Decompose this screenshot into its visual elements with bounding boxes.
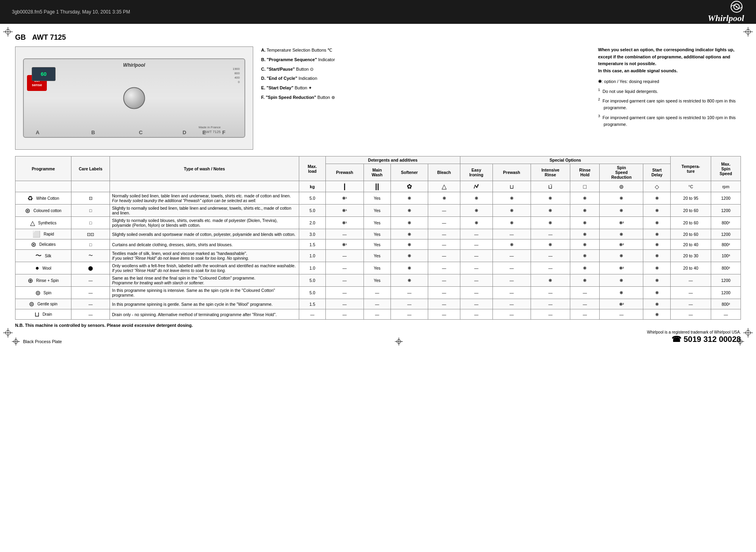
cell-rinse-hold: ❋	[570, 192, 600, 205]
th-intensive-rinse: IntensiveRinse	[531, 164, 570, 181]
black-process-plate-label: Black Process Plate	[23, 339, 62, 344]
cell-main-wash: Yes	[364, 205, 391, 217]
cell-softener: ❋	[391, 217, 428, 229]
cell-type-of-wash: Normally soiled bed linen, table linen a…	[110, 192, 299, 205]
cell-start-delay: ❋	[643, 250, 671, 262]
cell-prewash2: —	[492, 250, 531, 262]
legend-text-c: "Start/Pause" Button ⊙	[267, 67, 314, 71]
cell-max-spin-speed: 800²	[711, 299, 741, 309]
cell-type-of-wash: Curtains and delicate clothing, dresses,…	[110, 239, 299, 250]
th-easy-ironing: EasyIroning	[460, 164, 492, 181]
icon-mainwash: ||	[364, 181, 391, 192]
top-bar: 3gb00028.fm5 Page 1 Thursday, May 10, 20…	[0, 0, 756, 24]
cell-rinse-hold: —	[570, 287, 600, 299]
cell-prewash: ❋¹	[325, 192, 364, 205]
cell-prewash: —	[325, 309, 364, 320]
th-detergents-group: Detergents and additives	[325, 156, 460, 164]
cell-start-delay: ❋	[643, 274, 671, 287]
model-tag: AWT 7125	[204, 130, 221, 134]
cell-prewash: —	[325, 274, 364, 287]
programme-table: Programme Care Labels Type of wash / Not…	[15, 156, 741, 320]
file-info-text: 3gb00028.fm5 Page 1 Thursday, May 10, 20…	[12, 9, 130, 15]
cell-bleach: —	[428, 217, 460, 229]
cell-rinse-hold: ❋	[570, 205, 600, 217]
cell-easy-ironing: ❋	[460, 205, 492, 217]
whirlpool-brand-name: Whirlpool	[708, 13, 744, 23]
cell-easy-ironing: ❋	[460, 217, 492, 229]
cell-easy-ironing: —	[460, 262, 492, 274]
footnote-2: 2 For improved garment care spin speed i…	[598, 97, 741, 112]
cell-start-delay: ❋	[643, 192, 671, 205]
cell-care-label: —	[71, 299, 110, 309]
table-header-row-1: Programme Care Labels Type of wash / Not…	[15, 156, 741, 164]
cell-care-label: 〜	[71, 250, 110, 262]
cell-programme: ⊚ Spin	[15, 287, 71, 299]
cell-care-label: □	[71, 205, 110, 217]
cell-rinse-hold: —	[570, 309, 600, 320]
table-row: ⊚ Gentle spin —In this programme spinnin…	[15, 299, 741, 309]
icon-easy-ironing: 🗲	[460, 181, 492, 192]
cell-temperature: 20 to 40	[671, 262, 711, 274]
cell-bleach: —	[428, 239, 460, 250]
bottom-note: N.B. This machine is controlled by senso…	[15, 323, 741, 328]
machine-brand-label: Whirlpool	[123, 62, 145, 68]
cell-temperature: —	[671, 309, 711, 320]
th-bleach: Bleach	[428, 164, 460, 181]
icon-start-delay: ◇	[643, 181, 671, 192]
cell-main-wash: —	[364, 287, 391, 299]
cell-prewash2: —	[492, 299, 531, 309]
th-main-wash: MainWash	[364, 164, 391, 181]
cell-care-label: ⊡⊡	[71, 229, 110, 239]
bottom-left-mark: Black Process Plate	[12, 338, 62, 345]
cell-temperature: —	[671, 287, 711, 299]
machine-panel: Whirlpool 6thsense 60 1900 800	[23, 58, 245, 138]
table-row: ⬜ Rapid ⊡⊡Slightly soiled overalls and s…	[15, 229, 741, 239]
cell-start-delay: ❋	[643, 205, 671, 217]
table-row: 〜 Silk 〜Textiles made of silk, linen, wo…	[15, 250, 741, 262]
corner-mark-tl	[3, 27, 13, 37]
cell-spin-speed-reduction: ❋²	[600, 262, 643, 274]
cell-spin-speed-reduction: ❋	[600, 192, 643, 205]
cell-intensive-rinse: —	[531, 229, 570, 239]
cell-main-wash: Yes	[364, 217, 391, 229]
th-rinse-hold: RinseHold	[570, 164, 600, 181]
unit-rpm: rpm	[711, 181, 741, 192]
th-prewash: Prewash	[325, 164, 364, 181]
cell-intensive-rinse: —	[531, 299, 570, 309]
cell-type-of-wash: In this programme spinning is gentle. Sa…	[110, 299, 299, 309]
bottom-bar: Black Process Plate	[12, 338, 744, 345]
cell-type-of-wash: Textiles made of silk, linen, wool and v…	[110, 250, 299, 262]
icon-spin-speed-reduction: ⊚	[600, 181, 643, 192]
cell-rinse-hold: ❋	[570, 250, 600, 262]
machine-image: Whirlpool 6thsense 60 1900 800	[15, 46, 253, 150]
legend-key-e: E.	[261, 85, 265, 90]
bottom-left-reg-mark	[12, 338, 20, 345]
model-title: GB AWT 7125	[15, 33, 741, 42]
cell-main-wash: —	[364, 299, 391, 309]
cell-softener: ❋	[391, 274, 428, 287]
corner-mark-bl	[3, 328, 13, 338]
cell-spin-speed-reduction: —	[600, 309, 643, 320]
table-row: △ Synthetics □Slightly to normally soile…	[15, 217, 741, 229]
cell-intensive-rinse: ❋	[531, 239, 570, 250]
cell-programme: △ Synthetics	[15, 217, 71, 229]
legend-text-f: "Spin Speed Reduction" Button ⊚	[266, 95, 335, 100]
cell-type-of-wash: Only woollens with a felt-free finish, l…	[110, 262, 299, 274]
th-type-of-wash: Type of wash / Notes	[110, 156, 299, 181]
th-max-spin-speed: Max.SpinSpeed	[711, 156, 741, 181]
cell-easy-ironing: —	[460, 299, 492, 309]
cell-spin-speed-reduction: ❋	[600, 274, 643, 287]
cell-max-spin-speed: 1200	[711, 287, 741, 299]
cell-bleach: —	[428, 229, 460, 239]
cell-prewash: ❋¹	[325, 239, 364, 250]
th-temperature: Tempera-ture	[671, 156, 711, 181]
legend-item-e: E. "Start Delay" Button ✦	[261, 84, 590, 92]
cell-softener: ❋	[391, 229, 428, 239]
cell-bleach: —	[428, 250, 460, 262]
cell-temperature: 20 to 95	[671, 192, 711, 205]
legend-key-b: B.	[261, 57, 265, 62]
cell-care-label: —	[71, 309, 110, 320]
cell-temperature: 20 to 60	[671, 205, 711, 217]
icon-programme	[15, 181, 71, 192]
legend-text-a: Temperature Selection Buttons ℃	[267, 48, 332, 52]
